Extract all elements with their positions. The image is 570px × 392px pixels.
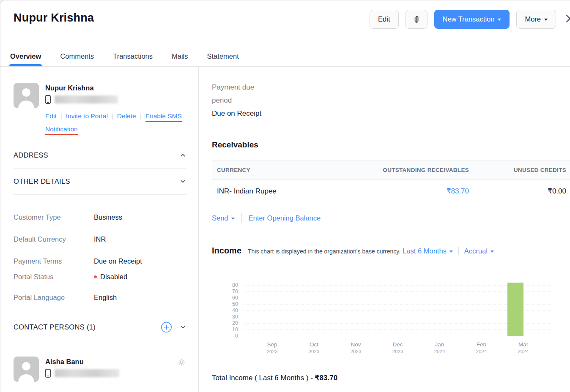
detail-row-customer-type: Customer Type Business [14,213,186,221]
invite-to-portal-link[interactable]: Invite to Portal [66,112,108,120]
tab-mails[interactable]: Mails [172,46,188,66]
delete-link[interactable]: Delete [117,112,136,120]
outstanding-receivables-link[interactable]: ₹83.70 [283,187,469,196]
customer-details-list: Customer Type Business Default Currency … [14,213,186,302]
divider [241,213,242,223]
chevron-down-icon[interactable] [179,178,186,185]
portal-status-value: Disabled [94,273,127,281]
x-tick-label: Dec2023 [377,341,419,355]
close-icon[interactable] [565,13,570,24]
mobile-phone-icon [45,95,51,104]
x-tick-label: Jan2024 [419,341,460,355]
x-tick-label: Nov2023 [335,341,377,355]
person-icon [14,357,39,382]
caret-down-icon [231,218,235,220]
income-title: Income [212,246,241,256]
unused-credits-cell: ₹0.00 [469,187,566,196]
x-tick-label: Sep2023 [251,341,293,355]
receivables-table: CURRENCY OUTSTANDING RECEIVABLES UNUSED … [212,161,570,203]
col-unused: UNUSED CREDITS [469,167,566,173]
income-bar [507,283,523,336]
customer-sidebar: Nupur Krishna Edit|Invite to Portal|Dele… [0,67,199,392]
chevron-up-icon[interactable] [179,152,186,159]
mobile-phone-icon [45,369,51,378]
new-transaction-label: New Transaction [443,15,495,23]
tab-overview[interactable]: Overview [10,46,41,66]
income-chart: 01020304050607080 Sep2023Oct2023Nov2023D… [212,279,570,360]
income-chart-plot [243,279,554,336]
section-address[interactable]: ADDRESS [14,151,186,169]
tab-comments[interactable]: Comments [60,46,94,66]
detail-row-payment-terms: Payment Terms Due on Receipt [14,257,186,265]
edit-button[interactable]: Edit [370,10,398,29]
receivables-table-header: CURRENCY OUTSTANDING RECEIVABLES UNUSED … [212,161,570,180]
caret-down-icon [491,250,494,253]
caret-down-icon [449,250,453,253]
total-income-value: ₹83.70 [315,374,337,382]
detail-row-default-currency: Default Currency INR [14,235,186,243]
customer-avatar [14,83,39,108]
page-title: Nupur Krishna [14,11,94,24]
tab-bar: Overview Comments Transactions Mails Sta… [0,46,570,67]
add-contact-person-button[interactable] [161,321,172,333]
customer-detail-page: Nupur Krishna Edit New Transaction More [0,0,570,392]
customer-summary-card: Nupur Krishna Edit|Invite to Portal|Dele… [14,83,186,136]
edit-button-label: Edit [378,15,390,23]
detail-row-portal-language: Portal Language English [14,294,186,302]
total-income-line: Total Income ( Last 6 Months ) - ₹83.70 [212,373,570,382]
payment-due-period-value: Due on Receipt [212,107,570,120]
customer-phone-row [45,95,185,104]
income-chart-ylabels: 01020304050607080 [212,279,238,336]
gear-icon[interactable] [178,358,186,366]
header-actions: Edit New Transaction More [370,10,556,29]
new-transaction-button[interactable]: New Transaction [434,10,510,29]
receivables-actions: Send Enter Opening Balance [212,213,570,223]
address-section-label: ADDRESS [14,151,48,159]
table-row: INR- Indian Rupee ₹83.70 ₹0.00 [212,180,570,203]
payment-due-period-label: Payment due period [212,81,269,107]
redacted-phone-number [55,369,119,377]
chevron-down-icon[interactable] [179,324,186,331]
contact-name: Aisha Banu [45,357,185,366]
income-section-header: Income This chart is displayed in the or… [212,246,570,256]
period-dropdown[interactable]: Last 6 Months [403,247,453,255]
enter-opening-balance-link[interactable]: Enter Opening Balance [249,214,321,222]
status-dot [94,275,97,278]
contact-person-card: Aisha Banu [14,357,186,382]
receivables-title: Receivables [212,140,570,150]
paperclip-icon [412,15,421,24]
customer-actions: Edit|Invite to Portal|Delete|Enable SMS … [45,109,185,136]
tab-transactions[interactable]: Transactions [113,46,153,66]
section-other-details[interactable]: OTHER DETAILS [14,177,186,195]
caret-down-icon [544,19,548,21]
income-note: This chart is displayed in the organizat… [248,248,400,255]
more-button[interactable]: More [516,10,556,29]
detail-row-portal-status: Portal Status Disabled [14,273,186,281]
x-tick-label: Oct2023 [293,341,335,355]
col-outstanding: OUTSTANDING RECEIVABLES [283,167,469,173]
customer-name: Nupur Krishna [45,83,185,92]
more-button-label: More [525,15,541,23]
section-contact-persons[interactable]: CONTACT PERSONS (1) [14,321,186,342]
col-currency: CURRENCY [217,167,283,173]
tab-statement[interactable]: Statement [207,46,239,66]
customer-edit-link[interactable]: Edit [45,112,57,120]
redacted-phone-number [55,95,118,103]
page-header: Nupur Krishna Edit New Transaction More [0,0,570,46]
attachment-button[interactable] [406,10,428,29]
other-details-section-label: OTHER DETAILS [14,177,70,185]
divider [458,247,459,255]
income-chart-xlabels: Sep2023Oct2023Nov2023Dec2023Jan2024Feb20… [251,341,544,355]
accrual-dropdown[interactable]: Accrual [464,247,494,255]
x-tick-label: Feb2024 [460,341,502,355]
person-icon [14,83,39,108]
contact-phone-row [45,369,185,378]
currency-cell: INR- Indian Rupee [217,187,283,196]
caret-down-icon [498,19,501,21]
contact-persons-section-label: CONTACT PERSONS (1) [14,323,96,331]
contact-avatar [14,357,39,382]
x-tick-label: Mar2024 [502,341,544,355]
send-dropdown[interactable]: Send [212,214,235,222]
overview-main-panel: Payment due period Due on Receipt Receiv… [199,67,570,392]
